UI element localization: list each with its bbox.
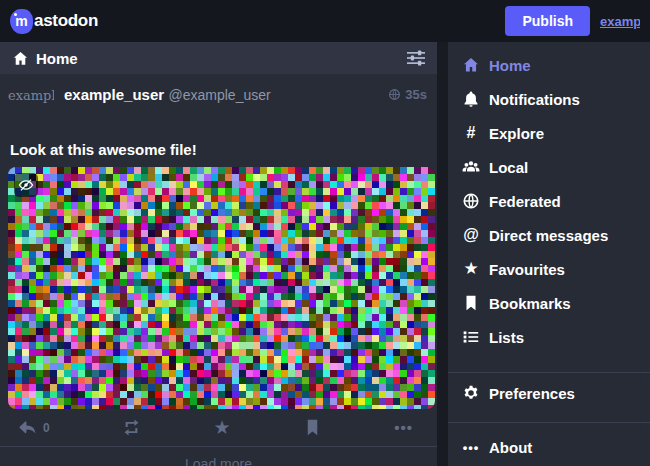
- mastodon-glyph-icon: m: [10, 9, 33, 34]
- hide-media-button[interactable]: [14, 173, 38, 197]
- media-image[interactable]: [8, 167, 435, 409]
- media-attachment[interactable]: [8, 167, 425, 409]
